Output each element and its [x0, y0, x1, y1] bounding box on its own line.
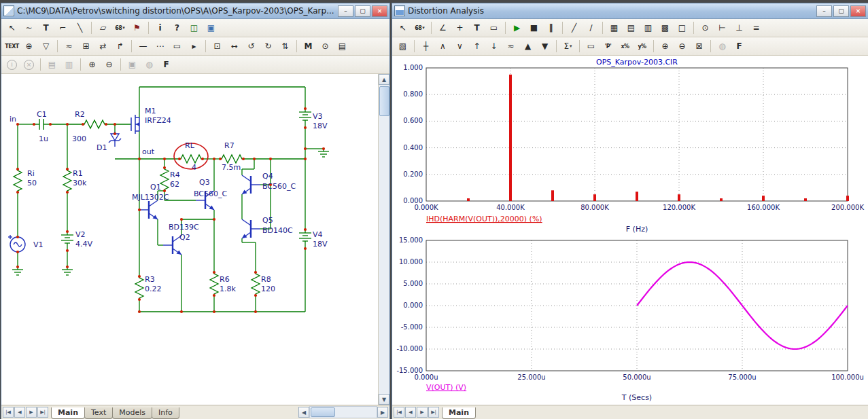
vertical-scroll-track[interactable] — [379, 85, 389, 394]
pin-marker-tool-button[interactable]: ⊕ — [21, 39, 37, 54]
resistor-r3[interactable] — [135, 276, 143, 299]
diagonal-wire-tool-button[interactable]: ╲ — [72, 20, 88, 35]
valley-button[interactable]: ∨ — [452, 39, 468, 54]
resistor-r6[interactable] — [210, 272, 218, 295]
scroll-down-button[interactable]: ▼ — [379, 394, 389, 405]
cursor-mode-button[interactable]: + — [452, 20, 468, 35]
flag-tool-button[interactable]: ⚑ — [129, 20, 145, 35]
scroll-right-button[interactable]: ▶ — [377, 407, 388, 418]
peak-button[interactable]: ∧ — [435, 39, 451, 54]
component-picker-button[interactable]: 68▾ — [412, 20, 428, 35]
next-page-button[interactable]: ▶ — [26, 407, 37, 418]
macro-tool-button[interactable]: M — [300, 39, 316, 54]
last-page-button[interactable]: ▶| — [37, 407, 48, 418]
prev-page-button[interactable]: ◀ — [405, 407, 416, 418]
play-macro-tool-button[interactable]: ▸ — [186, 39, 202, 54]
scroll-left-button[interactable]: ◀ — [298, 407, 309, 418]
transistor-q2[interactable] — [163, 236, 181, 255]
scale-mode-button[interactable]: ∠ — [435, 20, 451, 35]
global-low-button[interactable]: ▼ — [537, 39, 553, 54]
tab-text[interactable]: Text — [84, 407, 113, 419]
component-picker-button[interactable]: 68▾ — [112, 20, 128, 35]
transistor-q1[interactable] — [139, 200, 158, 219]
sine-source-tool-button[interactable]: ≈ — [61, 39, 77, 54]
battery-v3[interactable] — [299, 109, 311, 128]
dot-grid-tool-button[interactable]: ⋯ — [152, 39, 168, 54]
help-mode-tool-button[interactable]: ? — [169, 20, 185, 35]
mirror-vert-tool-button[interactable]: ⇅ — [277, 39, 293, 54]
go-to-x-button[interactable]: x% — [617, 39, 633, 54]
battery-v2[interactable] — [61, 232, 73, 251]
step-box-tool-button[interactable]: ⊞ — [78, 39, 94, 54]
region-enable-tool-button[interactable]: ◫ — [186, 20, 202, 35]
swap-pins-tool-button[interactable]: ⇄ — [95, 39, 111, 54]
tab-models[interactable]: Models — [112, 407, 152, 419]
zoom-in-button[interactable]: ⊕ — [84, 57, 100, 72]
text-tool-button[interactable]: T — [38, 20, 54, 35]
slope-cursor-button[interactable]: ∕ — [583, 20, 599, 35]
resistor-rl[interactable] — [179, 155, 203, 163]
analysis-plot-area[interactable]: 0.000K40.000K80.000K120.000K160.000K200.… — [392, 56, 868, 405]
limits-button[interactable]: ▧ — [395, 39, 411, 54]
copy-picture-button[interactable]: ▤ — [44, 57, 60, 72]
restore-zoom-button[interactable]: ⊠ — [691, 39, 707, 54]
tab-main[interactable]: Main — [442, 407, 476, 419]
browse-list-tool-button[interactable]: ▤ — [334, 39, 350, 54]
battery-v4[interactable] — [299, 230, 311, 249]
tag-horizontal-button[interactable]: ⊢ — [714, 20, 730, 35]
zoom-out-button[interactable]: ⊖ — [674, 39, 690, 54]
prev-page-button[interactable]: ◀ — [14, 407, 25, 418]
find-part-tool-button[interactable]: ⊙ — [317, 39, 333, 54]
schematic-window-titlebar[interactable]: C:\MC9\DATA\Petrov\switching distortion\… — [1, 3, 389, 19]
horizontal-scroll-track[interactable] — [309, 406, 377, 418]
minimize-button[interactable]: – — [816, 5, 832, 17]
transistor-q5[interactable] — [242, 219, 260, 238]
vertical-scrollbar[interactable]: ▲ ▼ — [378, 74, 389, 405]
pause-button[interactable]: ‖ — [543, 20, 559, 35]
low-button[interactable]: ↓ — [486, 39, 502, 54]
last-page-button[interactable]: ▶| — [428, 407, 439, 418]
resistor-r7[interactable] — [220, 155, 243, 163]
close-button[interactable]: × — [372, 5, 387, 17]
max-plot-button[interactable]: □ — [674, 20, 690, 35]
scroll-up-button[interactable]: ▲ — [379, 74, 389, 85]
dash-line-tool-button[interactable]: — — [135, 39, 151, 54]
zoom-out-button[interactable]: ⊖ — [101, 57, 117, 72]
zoom-in-button[interactable]: ⊕ — [657, 39, 673, 54]
four-plots-button[interactable]: ▩ — [657, 20, 673, 35]
transistor-q4[interactable] — [242, 175, 260, 194]
stop-button[interactable]: ■ — [526, 20, 542, 35]
camera-button[interactable]: ▣ — [124, 57, 140, 72]
rotate-cw-tool-button[interactable]: ↻ — [260, 39, 276, 54]
help-topics-button[interactable]: ◍ — [141, 57, 157, 72]
vertical-scroll-thumb[interactable] — [379, 86, 389, 116]
horizontal-scroll-thumb[interactable] — [311, 407, 335, 417]
fit-page-tool-button[interactable]: ↔ — [226, 39, 242, 54]
border-box-tool-button[interactable]: ▭ — [169, 39, 185, 54]
analysis-window-titlebar[interactable]: Distortion Analysis – ▢ × — [392, 3, 868, 19]
transient-output-chart[interactable]: 0.000u25.000u50.000u75.000u100.000u-15.0… — [394, 235, 867, 402]
resistor-ri[interactable] — [14, 169, 22, 192]
properties-button[interactable]: 'P' — [600, 39, 616, 54]
two-plots-button[interactable]: ▤ — [623, 20, 639, 35]
clear-info-button[interactable]: × — [21, 57, 37, 72]
line-cursor-button[interactable]: ╱ — [566, 20, 582, 35]
ripple-wire-tool-button[interactable]: ∼ — [21, 20, 37, 35]
close-button[interactable]: × — [850, 5, 866, 17]
box-tool-button[interactable]: ▭ — [486, 20, 502, 35]
resistor-r1[interactable] — [63, 169, 71, 192]
high-button[interactable]: ↑ — [469, 39, 485, 54]
font-button[interactable]: F — [731, 39, 747, 54]
global-high-button[interactable]: ▲ — [520, 39, 536, 54]
graphics-tool-button[interactable]: ▱ — [95, 20, 111, 35]
distortion-harmonics-chart[interactable]: 0.000K40.000K80.000K120.000K160.000K200.… — [394, 57, 867, 235]
tag-vertical-button[interactable]: ⊥ — [731, 20, 747, 35]
mosfet-m1[interactable] — [131, 115, 139, 134]
inflection-button[interactable]: ≈ — [503, 39, 519, 54]
run-button[interactable]: ▶ — [509, 20, 525, 35]
resistor-r2[interactable] — [83, 120, 106, 128]
step-up-tool-button[interactable]: ↱ — [112, 39, 128, 54]
node-info-button[interactable]: i — [4, 57, 20, 72]
tab-info[interactable]: Info — [152, 407, 179, 419]
help-online-button[interactable]: ◍ — [714, 39, 730, 54]
